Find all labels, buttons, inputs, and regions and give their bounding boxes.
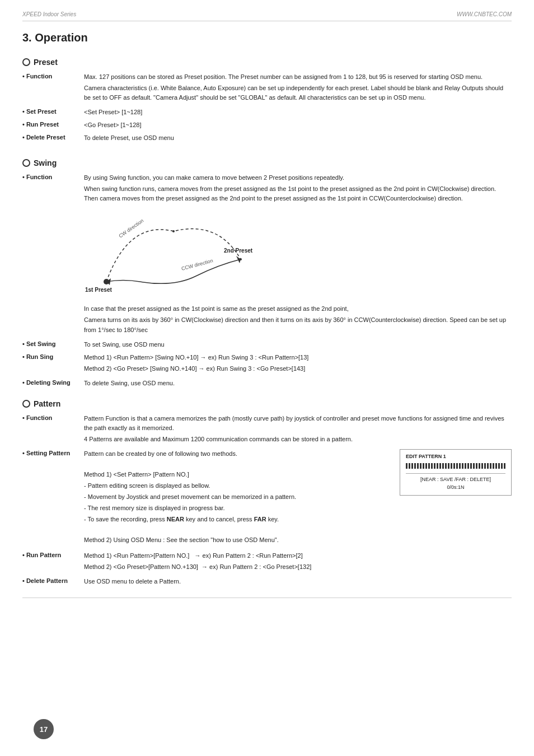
swing-run-label: • Run Sing: [22, 353, 84, 360]
pattern-setting-label: • Setting Pattern: [22, 449, 84, 456]
pattern-setting-text: Pattern can be created by one of followi…: [84, 449, 388, 547]
svg-point-8: [240, 258, 242, 260]
header-left: XPEED Indoor Series: [22, 11, 76, 17]
section-pattern: Pattern: [22, 399, 512, 408]
swing-diagram-svg: CW direction CCW direction 1st Preset 2n…: [84, 209, 263, 298]
pattern-run-label: • Run Pattern: [22, 551, 84, 558]
preset-delete-entry: • Delete Preset To delete Preset, use OS…: [22, 133, 512, 143]
circle-icon-preset: [22, 58, 30, 66]
main-title: 3. Operation: [22, 31, 512, 44]
pattern-function-content: Pattern Function is that a camera memori…: [84, 414, 512, 446]
swing-diagram: CW direction CCW direction 1st Preset 2n…: [84, 209, 263, 298]
pattern-function-entry: • Function Pattern Function is that a ca…: [22, 414, 512, 446]
section-preset-title: Preset: [34, 58, 58, 67]
pattern-run-entry: • Run Pattern Method 1) <Run Pattern>[Pa…: [22, 551, 512, 573]
swing-delete-entry: • Deleting Swing To delete Swing, use OS…: [22, 379, 512, 388]
pattern-setting-content: Pattern can be created by one of followi…: [84, 449, 512, 547]
preset-run-label: • Run Preset: [22, 120, 84, 128]
preset-set-content: <Set Preset> [1~128]: [84, 108, 512, 117]
section-swing-title: Swing: [34, 158, 57, 167]
pattern-ui-title: EDIT PATTERN 1: [406, 453, 505, 461]
svg-point-7: [172, 230, 175, 232]
preset-function-content: Max. 127 positions can be stored as Pres…: [84, 72, 512, 104]
pattern-ui-box: EDIT PATTERN 1 [NEAR : SAVE /FAR : DELET…: [400, 449, 512, 496]
swing-run-content: Method 1) <Run Pattern> [Swing NO.+10] →…: [84, 353, 512, 375]
pattern-delete-content: Use OSD menu to delete a Pattern.: [84, 577, 512, 586]
section-preset: Preset: [22, 58, 512, 67]
swing-function-content: By using Swing function, you can make ca…: [84, 173, 512, 336]
swing-delete-content: To delete Swing, use OSD menu.: [84, 379, 512, 388]
svg-text:2nd Preset: 2nd Preset: [224, 248, 253, 254]
page-divider: [22, 598, 512, 598]
swing-delete-label: • Deleting Swing: [22, 379, 84, 386]
svg-text:CW direction: CW direction: [118, 218, 144, 239]
swing-function-label: • Function: [22, 173, 84, 180]
svg-text:1st Preset: 1st Preset: [85, 287, 112, 293]
preset-delete-label: • Delete Preset: [22, 133, 84, 141]
preset-function-label: • Function: [22, 72, 84, 80]
pattern-ui-footer: [NEAR : SAVE /FAR : DELETE] 0/0s:1N: [406, 473, 505, 492]
svg-text:CCW direction: CCW direction: [181, 258, 214, 272]
swing-run-entry: • Run Sing Method 1) <Run Pattern> [Swin…: [22, 353, 512, 375]
pattern-progress-bar: [406, 463, 505, 469]
preset-function-entry: • Function Max. 127 positions can be sto…: [22, 72, 512, 104]
circle-icon-pattern: [22, 400, 30, 408]
svg-point-4: [104, 279, 109, 284]
swing-set-label: • Set Swing: [22, 340, 84, 347]
swing-set-entry: • Set Swing To set Swing, use OSD menu: [22, 340, 512, 349]
preset-run-content: <Go Preset> [1~128]: [84, 120, 512, 130]
pattern-function-label: • Function: [22, 414, 84, 421]
header-right: WWW.CNBTEC.COM: [457, 11, 512, 17]
swing-set-content: To set Swing, use OSD menu: [84, 340, 512, 349]
section-swing: Swing: [22, 158, 512, 167]
pattern-ui-sub: 0/0s:1N: [406, 484, 505, 492]
preset-delete-content: To delete Preset, use OSD menu: [84, 133, 512, 143]
preset-set-label: • Set Preset: [22, 108, 84, 115]
swing-function-entry: • Function By using Swing function, you …: [22, 173, 512, 336]
preset-run-entry: • Run Preset <Go Preset> [1~128]: [22, 120, 512, 130]
pattern-ui-near-label: [NEAR : SAVE /FAR : DELETE]: [406, 476, 505, 484]
pattern-run-content: Method 1) <Run Pattern>[Pattern NO.] → e…: [84, 551, 512, 573]
preset-set-entry: • Set Preset <Set Preset> [1~128]: [22, 108, 512, 117]
page-header: XPEED Indoor Series WWW.CNBTEC.COM: [22, 11, 512, 21]
circle-icon-swing: [22, 159, 30, 167]
pattern-delete-entry: • Delete Pattern Use OSD menu to delete …: [22, 577, 512, 586]
section-pattern-title: Pattern: [34, 399, 60, 408]
pattern-setting-entry: • Setting Pattern Pattern can be created…: [22, 449, 512, 547]
pattern-delete-label: • Delete Pattern: [22, 577, 84, 584]
